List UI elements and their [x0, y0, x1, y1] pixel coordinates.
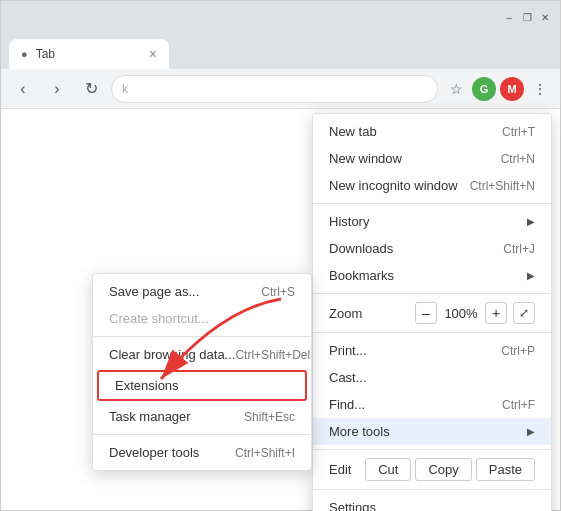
browser-content: New tab Ctrl+T New window Ctrl+N New inc…	[1, 109, 560, 510]
submenu-divider-2	[93, 434, 311, 435]
active-tab[interactable]: ● Tab ×	[9, 39, 169, 69]
close-button[interactable]: ✕	[538, 10, 552, 24]
menu-item-settings[interactable]: Settings	[313, 494, 551, 511]
edit-buttons: Cut Copy Paste	[365, 458, 535, 481]
tab-close-btn[interactable]: ×	[149, 46, 157, 62]
menu-item-history[interactable]: History ▶	[313, 208, 551, 235]
edit-label: Edit	[329, 462, 365, 477]
menu-item-more-tools[interactable]: More tools ▶	[313, 418, 551, 445]
cut-button[interactable]: Cut	[365, 458, 411, 481]
minimize-button[interactable]: –	[502, 10, 516, 24]
submenu-item-save-page[interactable]: Save page as... Ctrl+S	[93, 278, 311, 305]
submenu-item-clear-browsing[interactable]: Clear browsing data... Ctrl+Shift+Del	[93, 341, 311, 368]
browser-window: – ❐ ✕ ● Tab × ‹ › ↻ k ☆ G M ⋮ New tab	[0, 0, 561, 511]
submenu-item-task-manager[interactable]: Task manager Shift+Esc	[93, 403, 311, 430]
zoom-fullscreen-button[interactable]: ⤢	[513, 302, 535, 324]
address-bar[interactable]: k	[111, 75, 438, 103]
submenu-item-developer-tools[interactable]: Developer tools Ctrl+Shift+I	[93, 439, 311, 466]
copy-button[interactable]: Copy	[415, 458, 471, 481]
extensions-item-wrapper: Extensions	[97, 370, 307, 401]
divider-4	[313, 449, 551, 450]
submenu-item-create-shortcut[interactable]: Create shortcut...	[93, 305, 311, 332]
chrome-menu: New tab Ctrl+T New window Ctrl+N New inc…	[312, 113, 552, 511]
menu-item-bookmarks[interactable]: Bookmarks ▶	[313, 262, 551, 289]
zoom-minus-button[interactable]: –	[415, 302, 437, 324]
menu-item-find[interactable]: Find... Ctrl+F	[313, 391, 551, 418]
zoom-label: Zoom	[329, 306, 407, 321]
star-icon[interactable]: ☆	[444, 77, 468, 101]
menu-item-new-tab[interactable]: New tab Ctrl+T	[313, 118, 551, 145]
zoom-row: Zoom – 100% + ⤢	[313, 298, 551, 328]
zoom-percent: 100%	[443, 306, 479, 321]
toolbar-icons: ☆ G M ⋮	[444, 77, 552, 101]
tab-label: ●	[21, 48, 28, 60]
zoom-control: – 100% + ⤢	[415, 302, 535, 324]
submenu-divider-1	[93, 336, 311, 337]
menu-item-incognito[interactable]: New incognito window Ctrl+Shift+N	[313, 172, 551, 199]
title-bar: – ❐ ✕	[1, 1, 560, 33]
back-button[interactable]: ‹	[9, 75, 37, 103]
account-avatar-g[interactable]: G	[472, 77, 496, 101]
forward-button[interactable]: ›	[43, 75, 71, 103]
more-tools-submenu: Save page as... Ctrl+S Create shortcut..…	[92, 273, 312, 471]
menu-item-print[interactable]: Print... Ctrl+P	[313, 337, 551, 364]
divider-1	[313, 203, 551, 204]
menu-item-new-window[interactable]: New window Ctrl+N	[313, 145, 551, 172]
edit-row: Edit Cut Copy Paste	[313, 454, 551, 485]
submenu-item-extensions[interactable]: Extensions	[99, 372, 305, 399]
zoom-plus-button[interactable]: +	[485, 302, 507, 324]
menu-item-downloads[interactable]: Downloads Ctrl+J	[313, 235, 551, 262]
paste-button[interactable]: Paste	[476, 458, 535, 481]
tab-title: Tab	[36, 47, 55, 61]
account-avatar-m[interactable]: M	[500, 77, 524, 101]
divider-3	[313, 332, 551, 333]
tab-bar: ● Tab ×	[1, 33, 560, 69]
toolbar: ‹ › ↻ k ☆ G M ⋮	[1, 69, 560, 109]
menu-button[interactable]: ⋮	[528, 77, 552, 101]
divider-2	[313, 293, 551, 294]
address-text: k	[122, 82, 128, 96]
maximize-button[interactable]: ❐	[520, 10, 534, 24]
divider-5	[313, 489, 551, 490]
refresh-button[interactable]: ↻	[77, 75, 105, 103]
menu-item-cast[interactable]: Cast...	[313, 364, 551, 391]
